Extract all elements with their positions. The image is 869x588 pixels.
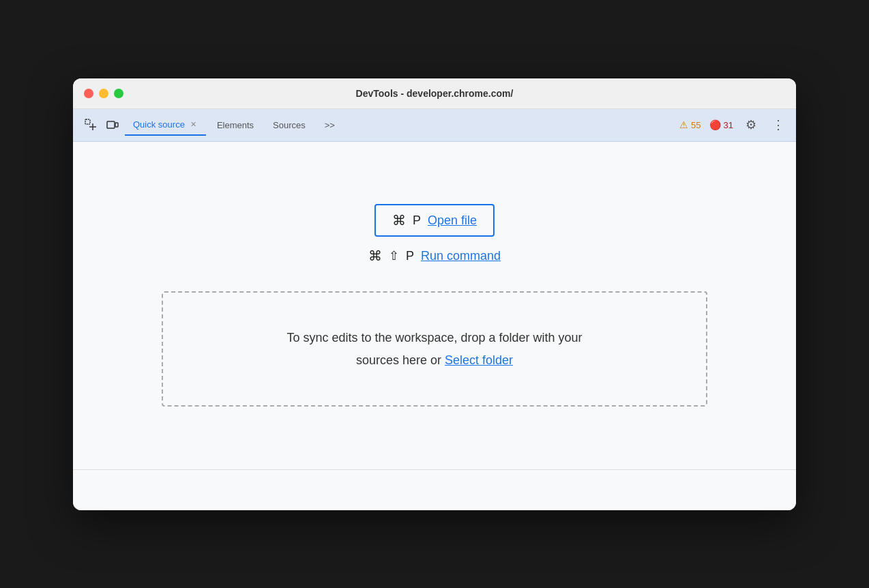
- drop-zone[interactable]: To sync edits to the workspace, drop a f…: [162, 291, 707, 407]
- drop-zone-text-part1: To sync edits to the workspace, drop a f…: [286, 331, 582, 344]
- tab-elements-label: Elements: [217, 120, 254, 130]
- device-toggle-icon[interactable]: [103, 115, 122, 134]
- run-command-key: P: [406, 249, 414, 263]
- toolbar-badges: ⚠ 55 🔴 31 ⚙ ⋮: [679, 115, 788, 134]
- more-options-icon: ⋮: [772, 117, 784, 132]
- drop-zone-text: To sync edits to the workspace, drop a f…: [190, 327, 679, 371]
- svg-rect-3: [107, 121, 115, 128]
- tab-quick-source-close[interactable]: ✕: [189, 119, 198, 130]
- close-button[interactable]: [84, 89, 93, 98]
- error-badge[interactable]: 🔴 31: [709, 119, 733, 130]
- open-file-link[interactable]: Open file: [428, 214, 477, 228]
- tab-quick-source[interactable]: Quick source ✕: [125, 115, 206, 136]
- select-folder-link[interactable]: Select folder: [445, 353, 513, 367]
- run-command-cmd-symbol: ⌘: [368, 248, 382, 264]
- toolbar: Quick source ✕ Elements Sources >> ⚠ 55 …: [73, 109, 796, 142]
- maximize-button[interactable]: [114, 89, 123, 98]
- more-tabs-icon: >>: [325, 120, 335, 130]
- tab-quick-source-label: Quick source: [133, 119, 185, 130]
- devtools-window: DevTools - developer.chrome.com/ Quick s…: [73, 78, 796, 510]
- error-icon: 🔴: [709, 119, 721, 130]
- traffic-lights: [84, 89, 123, 98]
- more-options-button[interactable]: ⋮: [769, 115, 788, 134]
- tab-sources-label: Sources: [273, 120, 306, 130]
- open-file-row: ⌘ P Open file: [374, 204, 495, 237]
- tab-elements[interactable]: Elements: [209, 116, 262, 134]
- minimize-button[interactable]: [99, 89, 108, 98]
- settings-icon: ⚙: [746, 117, 756, 132]
- bottom-bar: [73, 469, 796, 510]
- inspect-element-icon[interactable]: [81, 115, 100, 134]
- open-file-key: P: [413, 214, 421, 228]
- window-title: DevTools - developer.chrome.com/: [356, 88, 514, 99]
- tab-sources[interactable]: Sources: [265, 116, 314, 134]
- warning-icon: ⚠: [679, 119, 688, 130]
- run-command-link[interactable]: Run command: [421, 249, 501, 263]
- settings-button[interactable]: ⚙: [741, 115, 761, 134]
- warning-count: 55: [691, 120, 701, 130]
- open-file-cmd-symbol: ⌘: [392, 212, 406, 229]
- svg-rect-0: [85, 119, 90, 124]
- main-content: ⌘ P Open file ⌘ ⇧ P Run command To sync …: [73, 142, 796, 469]
- title-bar: DevTools - developer.chrome.com/: [73, 78, 796, 109]
- more-tabs-button[interactable]: >>: [316, 116, 343, 134]
- error-count: 31: [724, 120, 733, 130]
- warning-badge[interactable]: ⚠ 55: [679, 119, 701, 130]
- run-command-shift-symbol: ⇧: [389, 248, 399, 263]
- open-file-shortcut-box: ⌘ P Open file: [374, 204, 495, 237]
- svg-rect-4: [115, 123, 118, 127]
- run-command-row: ⌘ ⇧ P Run command: [368, 248, 501, 264]
- drop-zone-text-part2: sources here or: [356, 353, 441, 367]
